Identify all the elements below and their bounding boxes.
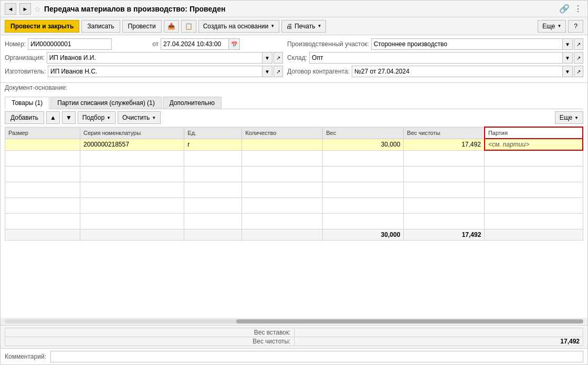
empty-row-4 — [5, 197, 583, 213]
more-icon[interactable]: ⋮ — [573, 3, 583, 15]
cell-purity-weight[interactable]: 17,492 — [404, 139, 485, 150]
number-label: Номер: — [5, 40, 26, 48]
upload-icon-button[interactable]: 📤 — [164, 20, 179, 33]
empty-row-5 — [5, 213, 583, 229]
cell-quantity[interactable] — [242, 139, 323, 150]
scroll-thumb[interactable] — [236, 319, 583, 324]
tabs-area: Товары (1) Партии списания (служебная) (… — [1, 93, 587, 109]
clear-button[interactable]: Очистить ▼ — [118, 111, 161, 124]
select-label: Подбор — [82, 114, 104, 121]
table-header: Размер Серия номенклатуры Ед. Количество… — [5, 127, 583, 139]
warehouse-ext-icon[interactable]: ↗ — [574, 52, 583, 64]
create-base-button[interactable]: Создать на основании ▼ — [198, 20, 279, 33]
tab-goods[interactable]: Товары (1) — [5, 97, 49, 109]
save-button[interactable]: Записать — [81, 20, 120, 33]
org-ext-icon[interactable]: ↗ — [274, 52, 283, 64]
bookmark-icon[interactable]: ☆ — [34, 5, 41, 13]
manufacturer-field: ▼ ↗ — [48, 66, 283, 77]
warehouse-input[interactable] — [309, 52, 563, 64]
upload-icon: 📤 — [167, 23, 175, 30]
table-row[interactable]: 2000000218557 г 30,000 17,492 <см. парти… — [5, 139, 583, 150]
cell-weight[interactable]: 30,000 — [323, 139, 404, 150]
select-chevron: ▼ — [107, 116, 111, 120]
clear-chevron: ▼ — [152, 116, 156, 120]
form-row-1: Номер: от 📅 Производственный участок: ▼ … — [5, 38, 583, 50]
insert-weight-label: Вес вставок: — [5, 328, 295, 337]
info-table: Вес вставок: Вес чистоты: 17,492 — [5, 328, 583, 346]
contract-ext-icon[interactable]: ↗ — [574, 66, 583, 77]
contract-input[interactable] — [352, 66, 563, 77]
batch-link[interactable]: <см. партии> — [488, 141, 529, 148]
production-site-ext-icon[interactable]: ↗ — [574, 38, 583, 50]
cell-size[interactable] — [5, 139, 80, 150]
org-input[interactable] — [47, 52, 262, 64]
total-series — [80, 229, 184, 240]
warehouse-label: Склад: — [287, 54, 307, 61]
production-site-input[interactable] — [371, 38, 563, 50]
add-button[interactable]: Добавить — [5, 111, 44, 124]
date-label: от — [152, 40, 159, 48]
horizontal-scrollbar[interactable] — [1, 318, 587, 325]
purity-weight-value: 17,492 — [294, 337, 583, 346]
org-dropdown-icon[interactable]: ▼ — [262, 52, 272, 64]
right-col-3: Договор контрагента: ▼ ↗ — [287, 66, 583, 77]
total-quantity — [242, 229, 323, 240]
insert-weight-value — [294, 328, 583, 337]
manufacturer-dropdown-icon[interactable]: ▼ — [262, 66, 272, 77]
empty-row-1 — [5, 150, 583, 166]
post-button[interactable]: Провести — [122, 20, 162, 33]
calendar-icon[interactable]: 📅 — [229, 38, 240, 50]
chevron-down-icon: ▼ — [270, 24, 275, 28]
manufacturer-input[interactable] — [48, 66, 262, 77]
manufacturer-label: Изготовитель: — [5, 68, 46, 75]
move-down-button[interactable]: ▼ — [62, 111, 76, 124]
cell-unit[interactable]: г — [184, 139, 242, 150]
number-input[interactable] — [28, 38, 112, 50]
empty-row-2 — [5, 166, 583, 182]
chevron-down-icon-more: ▼ — [557, 24, 561, 28]
more-button[interactable]: Еще ▼ — [538, 20, 566, 33]
doc-icon-button[interactable]: 📋 — [181, 20, 196, 33]
bottom-info: Вес вставок: Вес чистоты: 17,492 — [1, 325, 587, 348]
help-button[interactable]: ? — [568, 20, 583, 33]
print-label: Печать — [295, 23, 315, 30]
print-button[interactable]: 🖨 Печать ▼ — [281, 20, 326, 33]
table-more-label: Еще — [560, 114, 572, 121]
doc-base-label: Документ-основание: — [5, 84, 67, 91]
production-site-dropdown-icon[interactable]: ▼ — [563, 38, 573, 50]
info-row-insert: Вес вставок: — [5, 328, 583, 337]
contract-label: Договор контрагента: — [287, 68, 350, 75]
tab-batches[interactable]: Партии списания (служебная) (1) — [50, 97, 161, 109]
form-row-2: Организация: ▼ ↗ Склад: ▼ ↗ — [5, 52, 583, 64]
move-up-button[interactable]: ▲ — [46, 111, 60, 124]
table-more-button[interactable]: Еще ▼ — [555, 111, 583, 124]
date-input[interactable] — [161, 38, 229, 50]
date-field-group: 📅 — [161, 38, 283, 50]
col-series: Серия номенклатуры — [80, 127, 184, 139]
select-button[interactable]: Подбор ▼ — [78, 111, 116, 124]
back-button[interactable]: ◄ — [5, 3, 16, 15]
left-col-2: Организация: ▼ ↗ — [5, 52, 283, 64]
forward-button[interactable]: ► — [19, 3, 31, 15]
down-arrow-icon: ▼ — [66, 114, 72, 121]
tab-additional[interactable]: Дополнительно — [163, 97, 222, 109]
scroll-track[interactable] — [5, 319, 583, 324]
link-icon[interactable]: 🔗 — [558, 3, 571, 15]
post-close-button[interactable]: Провести и закрыть — [5, 20, 79, 33]
comment-input[interactable] — [50, 351, 583, 362]
toolbar: Провести и закрыть Записать Провести 📤 📋… — [1, 17, 587, 35]
purity-weight-label: Вес чистоты: — [5, 337, 295, 346]
production-site-field: ▼ ↗ — [371, 38, 583, 50]
cell-series[interactable]: 2000000218557 — [80, 139, 184, 150]
clear-label: Очистить — [122, 114, 150, 121]
left-col-1: Номер: от 📅 — [5, 38, 283, 50]
table-more-chevron: ▼ — [574, 116, 579, 120]
manufacturer-ext-icon[interactable]: ↗ — [274, 66, 283, 77]
cell-batch[interactable]: <см. партии> — [485, 139, 583, 150]
contract-dropdown-icon[interactable]: ▼ — [563, 66, 573, 77]
page-title: Передача материалов в производство: Пров… — [44, 5, 555, 13]
tabs: Товары (1) Партии списания (служебная) (… — [5, 97, 583, 109]
warehouse-dropdown-icon[interactable]: ▼ — [563, 52, 573, 64]
total-purity-weight: 17,492 — [404, 229, 485, 240]
empty-row-3 — [5, 182, 583, 197]
